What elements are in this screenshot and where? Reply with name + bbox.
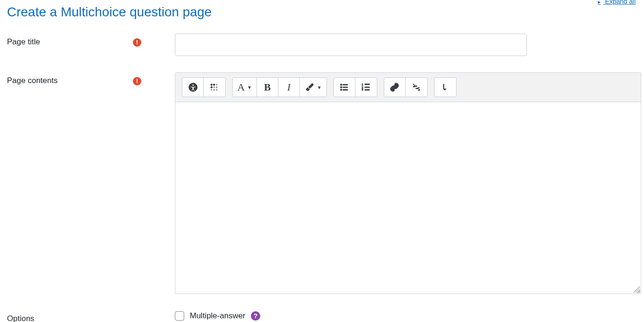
svg-point-1 — [192, 84, 194, 86]
link-icon — [389, 82, 400, 92]
chevron-right-icon: ▸ — [598, 0, 601, 5]
bullet-list-button[interactable] — [334, 78, 355, 97]
page-contents-label: Page contents — [7, 76, 58, 85]
expand-all-label: Expand all — [605, 0, 636, 5]
svg-point-9 — [214, 89, 215, 90]
svg-rect-18 — [365, 84, 369, 85]
brush-icon — [305, 82, 315, 92]
toggle-toolbar-button[interactable] — [435, 78, 456, 97]
svg-rect-22 — [365, 90, 369, 91]
page-title-input[interactable] — [175, 34, 527, 56]
braille-icon — [209, 82, 220, 92]
svg-line-23 — [413, 84, 415, 86]
page-title-label: Page title — [7, 37, 40, 47]
bold-icon: B — [264, 81, 271, 93]
list-ol-icon: 123 — [361, 82, 371, 92]
svg-point-8 — [211, 89, 212, 90]
unlink-button[interactable] — [406, 78, 427, 97]
required-icon: ! — [133, 38, 141, 47]
unlink-icon — [411, 82, 422, 92]
numbered-list-button[interactable]: 123 — [355, 78, 377, 97]
svg-point-4 — [213, 84, 215, 86]
svg-point-2 — [211, 84, 213, 86]
accessibility-button[interactable] — [182, 78, 204, 97]
svg-text:3: 3 — [362, 88, 363, 91]
editor-content-area[interactable] — [175, 102, 641, 294]
help-icon[interactable]: ? — [251, 311, 260, 321]
svg-point-11 — [340, 84, 342, 86]
rich-text-editor: A B I — [175, 72, 641, 294]
font-letter: A — [237, 81, 245, 93]
multiple-answer-checkbox[interactable] — [175, 311, 184, 321]
svg-point-10 — [216, 89, 217, 90]
expand-toolbar-icon — [440, 82, 450, 92]
editor-toolbar: A B I — [175, 73, 641, 102]
accessibility-icon — [188, 82, 198, 92]
svg-rect-16 — [343, 90, 347, 91]
svg-rect-14 — [343, 87, 347, 88]
multiple-answer-label: Multiple-answer — [190, 311, 245, 321]
svg-point-13 — [340, 86, 342, 88]
bold-button[interactable]: B — [257, 78, 278, 97]
svg-rect-20 — [365, 87, 369, 88]
italic-icon: I — [287, 81, 291, 93]
list-ul-icon — [339, 82, 349, 92]
text-color-button[interactable] — [300, 78, 326, 97]
svg-point-15 — [340, 89, 342, 91]
font-family-button[interactable]: A — [233, 78, 257, 97]
screenreader-button[interactable] — [204, 78, 225, 97]
link-button[interactable] — [384, 78, 406, 97]
section-title: Create a Multichoice question page — [7, 5, 637, 20]
svg-rect-12 — [343, 84, 347, 85]
required-icon: ! — [133, 77, 141, 85]
svg-point-7 — [216, 87, 217, 88]
options-label: Options — [7, 314, 35, 322]
svg-point-5 — [216, 84, 217, 85]
italic-button[interactable]: I — [278, 78, 300, 97]
svg-point-6 — [214, 87, 215, 88]
svg-point-3 — [211, 86, 213, 88]
expand-all-link[interactable]: ▸ Expand all — [598, 0, 636, 5]
resize-handle[interactable] — [633, 286, 640, 293]
